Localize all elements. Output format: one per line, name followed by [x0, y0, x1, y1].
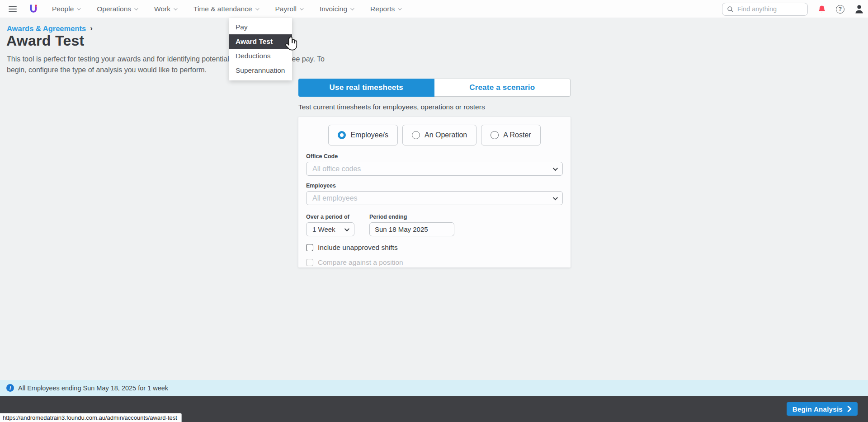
search-input[interactable] — [737, 5, 801, 13]
period-ending-field: Period ending — [369, 214, 454, 236]
chevron-down-icon — [553, 195, 558, 200]
menu-item-pay[interactable]: Pay — [229, 20, 292, 34]
nav-item-reports[interactable]: Reports — [370, 5, 401, 13]
analysis-config-panel: Employee/s An Operation A Roster Office … — [298, 117, 571, 267]
tab-use-real-timesheets[interactable]: Use real timesheets — [298, 79, 434, 97]
status-url-tooltip: https://andromedatrain3.foundu.com.au/ad… — [0, 413, 182, 422]
tab-create-a-scenario[interactable]: Create a scenario — [434, 79, 571, 97]
global-search[interactable] — [722, 3, 808, 16]
nav-item-invoicing[interactable]: Invoicing — [320, 5, 353, 13]
chevron-down-icon — [300, 6, 303, 10]
breadcrumb-chevron-icon: › — [90, 24, 93, 33]
chevron-down-icon — [398, 6, 402, 10]
menu-item-deductions[interactable]: Deductions — [229, 49, 292, 63]
top-nav: People Operations Work Time & attendance… — [0, 0, 868, 18]
nav-item-people[interactable]: People — [52, 5, 80, 13]
employees-field: Employees All employees — [306, 183, 563, 205]
period-row: Over a period of 1 Week Period ending — [306, 214, 563, 236]
mode-subtitle: Test current timesheets for employees, o… — [298, 103, 571, 111]
compare-position-label: Compare against a position — [318, 258, 403, 267]
checkbox-unchecked-icon[interactable] — [306, 244, 313, 251]
bell-icon — [817, 5, 826, 14]
chevron-down-icon — [344, 226, 349, 231]
period-length-field: Over a period of 1 Week — [306, 214, 354, 236]
menu-item-superannuation[interactable]: Superannuation — [229, 63, 292, 78]
chevron-down-icon — [77, 6, 80, 10]
include-unapproved-label: Include unapproved shifts — [318, 244, 398, 252]
radio-selected-icon — [338, 131, 346, 139]
office-code-field: Office Code All office codes — [306, 153, 563, 176]
begin-analysis-button[interactable]: Begin Analysis — [787, 402, 858, 416]
main-content: Use real timesheets Create a scenario Te… — [298, 79, 571, 267]
search-icon — [727, 6, 734, 13]
include-unapproved-shifts-option[interactable]: Include unapproved shifts — [306, 244, 563, 252]
person-icon — [854, 4, 864, 14]
nav-label: Operations — [97, 5, 131, 13]
radio-option-an-operation[interactable]: An Operation — [402, 125, 476, 145]
radio-option-a-roster[interactable]: A Roster — [481, 125, 540, 145]
nav-item-work[interactable]: Work — [154, 5, 176, 13]
nav-label: Reports — [370, 5, 395, 13]
office-code-label: Office Code — [306, 153, 563, 159]
office-code-select[interactable]: All office codes — [306, 162, 563, 176]
notifications-button[interactable] — [817, 5, 826, 14]
nav-label: Invoicing — [320, 5, 347, 13]
logo-u-icon — [28, 3, 39, 15]
nav-label: Time & attendance — [193, 5, 252, 13]
mode-toggle: Use real timesheets Create a scenario — [298, 79, 571, 97]
chevron-right-icon — [847, 406, 852, 412]
chevron-down-icon — [174, 6, 177, 10]
hamburger-menu-icon[interactable] — [9, 6, 17, 12]
nav-item-time-attendance[interactable]: Time & attendance — [193, 5, 258, 13]
breadcrumb-link-awards-agreements[interactable]: Awards & Agreements — [7, 24, 86, 33]
nav-right-tools: ? — [722, 0, 864, 18]
radio-label: Employee/s — [350, 131, 388, 139]
menu-item-label: Award Test — [236, 38, 273, 46]
radio-unselected-icon — [412, 131, 420, 139]
target-type-radio-group: Employee/s An Operation A Roster — [306, 125, 563, 145]
nav-item-operations[interactable]: Operations — [97, 5, 137, 13]
payroll-dropdown-menu: Pay Award Test Deductions Superannuation — [229, 18, 292, 80]
employees-placeholder: All employees — [312, 194, 358, 202]
period-length-select[interactable]: 1 Week — [306, 222, 354, 236]
chevron-down-icon — [350, 6, 354, 10]
nav-label: Work — [154, 5, 170, 13]
hand-cursor-icon — [285, 37, 297, 52]
breadcrumb: Awards & Agreements › — [7, 24, 93, 33]
period-ending-input[interactable] — [369, 222, 454, 236]
nav-label: People — [52, 5, 74, 13]
user-avatar[interactable] — [854, 4, 864, 14]
compare-against-position-option: Compare against a position — [306, 258, 563, 267]
summary-text: All Employees ending Sun May 18, 2025 fo… — [18, 384, 168, 392]
office-code-placeholder: All office codes — [312, 165, 361, 173]
foundu-logo[interactable] — [28, 3, 39, 15]
period-length-label: Over a period of — [306, 214, 354, 220]
checkbox-disabled-icon — [306, 259, 313, 266]
summary-info-bar: i All Employees ending Sun May 18, 2025 … — [0, 380, 868, 396]
radio-option-employees[interactable]: Employee/s — [328, 125, 398, 145]
radio-label: An Operation — [425, 131, 467, 139]
radio-unselected-icon — [491, 131, 499, 139]
main-menu: People Operations Work Time & attendance… — [52, 5, 401, 13]
radio-label: A Roster — [503, 131, 531, 139]
employees-select[interactable]: All employees — [306, 191, 563, 205]
help-button[interactable]: ? — [836, 5, 844, 14]
nav-item-payroll[interactable]: Payroll — [275, 5, 302, 13]
begin-analysis-label: Begin Analysis — [793, 405, 843, 413]
employees-label: Employees — [306, 183, 563, 189]
nav-label: Payroll — [275, 5, 297, 13]
chevron-down-icon — [134, 6, 138, 10]
info-icon: i — [6, 384, 14, 392]
period-ending-label: Period ending — [369, 214, 454, 220]
chevron-down-icon — [255, 6, 259, 10]
question-mark-icon: ? — [836, 5, 844, 14]
chevron-down-icon — [553, 165, 558, 170]
period-length-value: 1 Week — [312, 225, 335, 233]
menu-item-award-test[interactable]: Award Test — [229, 34, 292, 49]
page-title: Award Test — [6, 33, 85, 49]
